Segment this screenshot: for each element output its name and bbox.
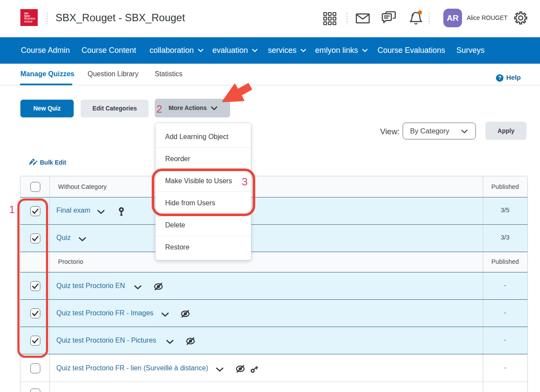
svg-text:?: ?	[498, 75, 501, 81]
